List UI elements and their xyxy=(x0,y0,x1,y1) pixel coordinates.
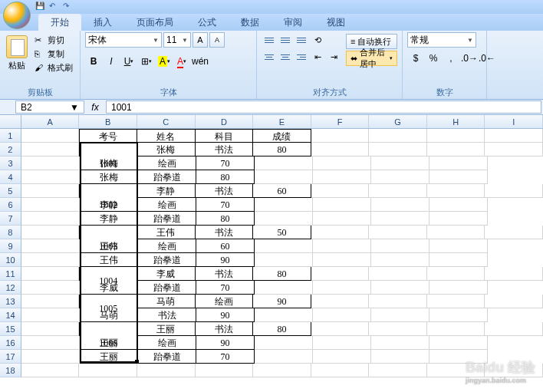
cell-G13[interactable] xyxy=(369,295,427,308)
cell-I10[interactable] xyxy=(429,253,488,267)
border-button[interactable]: ⊞▾ xyxy=(138,53,155,70)
row-header-4[interactable]: 4 xyxy=(0,170,21,184)
row-header-5[interactable]: 5 xyxy=(0,184,21,198)
row-header-13[interactable]: 13 xyxy=(0,295,21,308)
cell-F4[interactable] xyxy=(255,170,313,184)
italic-button[interactable]: I xyxy=(103,53,120,70)
cell-A10[interactable] xyxy=(21,253,80,267)
cell-H7[interactable] xyxy=(371,212,429,226)
cell-H15[interactable] xyxy=(427,322,485,336)
merge-center-button[interactable]: ⬌合并后居中▾ xyxy=(346,51,397,66)
cell-H18[interactable] xyxy=(427,364,485,377)
orientation-button[interactable]: ⟲ xyxy=(310,32,325,48)
cell-F13[interactable] xyxy=(311,295,370,308)
cell-F8[interactable] xyxy=(311,226,370,239)
tab-插入[interactable]: 插入 xyxy=(81,14,124,31)
bold-button[interactable]: B xyxy=(85,53,102,70)
cell-H16[interactable] xyxy=(371,336,429,350)
cell-F18[interactable] xyxy=(311,364,370,377)
cell-D6[interactable]: 绘画 xyxy=(138,198,196,212)
tab-视图[interactable]: 视图 xyxy=(314,14,357,31)
formula-input[interactable]: 1001 xyxy=(106,100,541,114)
fill-color-button[interactable]: A▾ xyxy=(156,53,173,70)
cell-I11[interactable] xyxy=(485,267,543,281)
cell-F16[interactable] xyxy=(255,336,313,350)
cell-E10[interactable]: 90 xyxy=(196,253,255,267)
cell-E18[interactable] xyxy=(253,364,311,377)
cell-D9[interactable]: 绘画 xyxy=(138,239,196,253)
cell-C15[interactable]: 王丽 xyxy=(137,322,196,336)
cell-G12[interactable] xyxy=(313,281,371,295)
cell-H6[interactable] xyxy=(371,198,429,212)
fx-button[interactable]: fx xyxy=(87,102,103,113)
row-header-18[interactable]: 18 xyxy=(0,364,21,377)
cell-I1[interactable] xyxy=(485,129,543,143)
cell-A3[interactable] xyxy=(21,156,80,170)
cell-I2[interactable] xyxy=(485,143,543,156)
row-header-10[interactable]: 10 xyxy=(0,253,21,267)
cell-D15[interactable]: 书法 xyxy=(196,322,254,336)
cell-I17[interactable] xyxy=(429,350,488,364)
cell-C4[interactable]: 张梅 xyxy=(80,170,138,184)
row-header-7[interactable]: 7 xyxy=(0,212,21,226)
cell-H13[interactable] xyxy=(427,295,485,308)
cell-F12[interactable] xyxy=(255,281,313,295)
cell-F10[interactable] xyxy=(255,253,313,267)
cell-C3[interactable]: 张梅 xyxy=(80,156,138,170)
cell-C7[interactable]: 李静 xyxy=(80,212,138,226)
font-color-button[interactable]: A▾ xyxy=(173,53,190,70)
copy-button[interactable]: ⎘复制 xyxy=(32,48,75,61)
cell-C9[interactable]: 王伟 xyxy=(80,239,138,253)
cell-A5[interactable] xyxy=(21,184,80,198)
undo-icon[interactable]: ↶ xyxy=(49,2,60,12)
cell-A11[interactable] xyxy=(21,267,80,281)
cell-E5[interactable]: 60 xyxy=(253,184,311,198)
column-header-H[interactable]: H xyxy=(427,115,485,128)
cell-C10[interactable]: 王伟 xyxy=(80,253,138,267)
cell-E17[interactable]: 70 xyxy=(196,350,255,364)
cell-D7[interactable]: 跆拳道 xyxy=(138,212,196,226)
cell-E2[interactable]: 80 xyxy=(253,143,311,156)
cell-A18[interactable] xyxy=(21,364,80,377)
cell-D18[interactable] xyxy=(196,364,254,377)
cell-D3[interactable]: 绘画 xyxy=(138,156,196,170)
cell-D10[interactable]: 跆拳道 xyxy=(138,253,196,267)
cell-C11[interactable]: 李威 xyxy=(137,267,196,281)
cell-D4[interactable]: 跆拳道 xyxy=(138,170,196,184)
cell-D14[interactable]: 书法 xyxy=(138,308,196,322)
cell-H1[interactable] xyxy=(427,129,485,143)
cell-C6[interactable]: 李静 xyxy=(80,198,138,212)
cell-A14[interactable] xyxy=(21,308,80,322)
cell-H14[interactable] xyxy=(371,308,429,322)
row-header-15[interactable]: 15 xyxy=(0,322,21,336)
spreadsheet-grid[interactable]: ABCDEFGHI 1考号姓名科目成绩21001张梅书法803张梅绘画704张梅… xyxy=(0,115,543,391)
cell-C1[interactable]: 姓名 xyxy=(137,129,196,143)
cell-I16[interactable] xyxy=(429,336,488,350)
cell-I6[interactable] xyxy=(429,198,488,212)
phonetic-button[interactable]: wén xyxy=(191,53,208,70)
column-header-D[interactable]: D xyxy=(196,115,254,128)
cell-C18[interactable] xyxy=(137,364,196,377)
cell-G7[interactable] xyxy=(313,212,371,226)
cut-button[interactable]: ✂剪切 xyxy=(32,34,75,47)
cell-G10[interactable] xyxy=(313,253,371,267)
cell-A16[interactable] xyxy=(21,336,80,350)
cell-A17[interactable] xyxy=(21,350,80,364)
cell-G4[interactable] xyxy=(313,170,371,184)
cell-H3[interactable] xyxy=(371,156,429,170)
row-header-6[interactable]: 6 xyxy=(0,198,21,212)
column-header-G[interactable]: G xyxy=(369,115,427,128)
cell-E7[interactable]: 80 xyxy=(196,212,255,226)
decrease-indent-button[interactable]: ⇤ xyxy=(310,49,325,64)
cell-C5[interactable]: 李静 xyxy=(137,184,196,198)
cell-I18[interactable] xyxy=(485,364,543,377)
cell-E3[interactable]: 70 xyxy=(196,156,255,170)
cell-I13[interactable] xyxy=(485,295,543,308)
cell-C2[interactable]: 张梅 xyxy=(137,143,196,156)
cell-I14[interactable] xyxy=(429,308,488,322)
name-box[interactable]: B2▼ xyxy=(15,100,84,114)
cell-G15[interactable] xyxy=(369,322,427,336)
cell-F6[interactable] xyxy=(255,198,313,212)
cell-A6[interactable] xyxy=(21,198,80,212)
cell-F2[interactable] xyxy=(311,143,370,156)
